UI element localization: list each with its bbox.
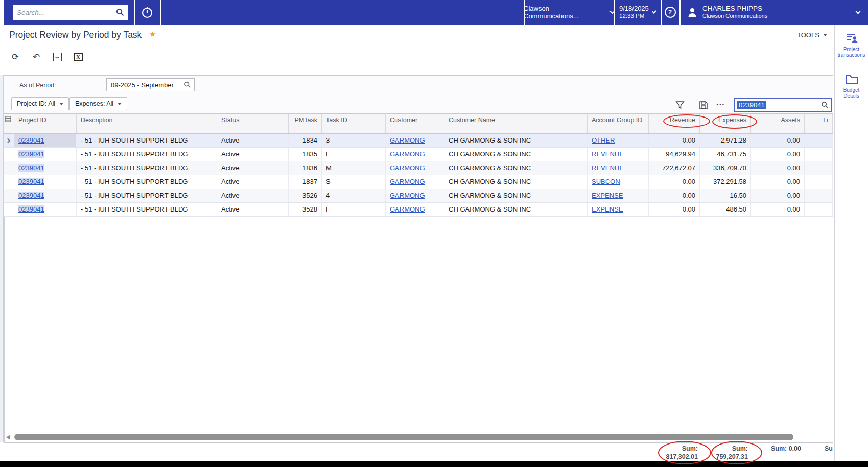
column-header-account_group[interactable]: Account Group ID: [588, 114, 649, 133]
liabilities-cell: [805, 148, 833, 161]
scroll-left-arrow[interactable]: [6, 435, 10, 440]
table-row[interactable]: 0239041- 51 - IUH SOUTH SUPPORT BLDGActi…: [4, 148, 833, 161]
column-header-customer[interactable]: Customer: [386, 114, 444, 133]
customer-link[interactable]: GARMONG: [390, 205, 425, 213]
table-row[interactable]: 0239041- 51 - IUH SOUTH SUPPORT BLDGActi…: [4, 203, 833, 217]
expenses-cell: 16.50: [700, 189, 751, 202]
customer-link[interactable]: GARMONG: [390, 136, 425, 144]
column-header-description[interactable]: Description: [77, 114, 217, 133]
side-panel-item-budget-details[interactable]: Budget Details: [835, 73, 868, 99]
business-date: 9/18/2025: [619, 5, 649, 12]
horizontal-scrollbar[interactable]: [14, 434, 793, 440]
user-menu[interactable]: CHARLES PHIPPS Clawson Communications: [679, 0, 868, 25]
grid-settings-icon: [5, 116, 12, 123]
task-id-cell: M: [322, 161, 386, 175]
customer-name-cell: CH GARMONG & SON INC: [444, 203, 588, 216]
customer-link[interactable]: GARMONG: [390, 192, 425, 199]
help-button[interactable]: ?: [661, 0, 679, 25]
company-selector[interactable]: Clawson Communications...: [524, 0, 614, 25]
lookup-icon[interactable]: [184, 81, 191, 88]
project-id-filter-chip[interactable]: Project ID: All: [11, 97, 69, 110]
pmtask-cell: 1836: [289, 161, 322, 175]
column-header-liabilities[interactable]: Li: [805, 114, 833, 133]
chevron-down-icon: [823, 34, 827, 36]
time-tracking-button[interactable]: [135, 0, 159, 25]
project-id-link[interactable]: 0239041: [18, 205, 44, 213]
account-group-link[interactable]: OTHER: [592, 136, 615, 144]
project-id-link[interactable]: 0239041: [18, 136, 44, 144]
export-to-excel-button[interactable]: X: [73, 51, 83, 62]
customer-link[interactable]: GARMONG: [390, 164, 425, 172]
project-id-link[interactable]: 0239041: [18, 164, 44, 172]
page-title: Project Review by Period by Task: [9, 30, 142, 40]
customer-link[interactable]: GARMONG: [390, 178, 425, 185]
project-id-link[interactable]: 0239041: [18, 192, 44, 199]
user-name: CHARLES PHIPPS: [702, 5, 767, 12]
account-group-link[interactable]: REVENUE: [592, 164, 624, 172]
table-header-row: Project IDDescriptionStatusPMTaskTask ID…: [4, 113, 833, 134]
side-panel-item-project-transactions[interactable]: Project transactions: [835, 31, 868, 58]
liabilities-cell: [805, 175, 833, 189]
expenses-filter-chip[interactable]: Expenses: All: [69, 97, 127, 110]
project-id-link[interactable]: 0239041: [18, 150, 44, 158]
assets-cell: 0.00: [751, 189, 805, 202]
pmtask-cell: 3526: [289, 189, 322, 202]
table-row[interactable]: 0239041- 51 - IUH SOUTH SUPPORT BLDGActi…: [4, 161, 833, 175]
account-group-link[interactable]: EXPENSE: [592, 205, 623, 213]
project-id-cell: 0239041: [14, 148, 77, 161]
business-date-selector[interactable]: 9/18/2025 12:33 PM: [614, 0, 661, 25]
column-header-assets[interactable]: Assets: [751, 114, 805, 133]
as-of-period-input[interactable]: 09-2025 - September: [106, 78, 195, 91]
column-header-status[interactable]: Status: [217, 114, 289, 133]
project-id-cell: 0239041: [14, 175, 77, 189]
description-cell: - 51 - IUH SOUTH SUPPORT BLDG: [77, 148, 217, 161]
pmtask-cell: 1834: [289, 134, 322, 147]
save-filter-button[interactable]: [699, 101, 709, 111]
task-id-cell: L: [322, 148, 386, 161]
project-id-link[interactable]: 0239041: [18, 178, 44, 185]
undo-button[interactable]: ↶: [31, 51, 41, 62]
bottom-black-bar: [0, 461, 868, 467]
search-icon[interactable]: [116, 8, 124, 16]
fit-width-button[interactable]: ↔: [52, 51, 62, 62]
column-header-selector: [4, 114, 14, 133]
description-cell: - 51 - IUH SOUTH SUPPORT BLDG: [77, 203, 217, 216]
assets-cell: 0.00: [751, 134, 805, 147]
column-header-customer_name[interactable]: Customer Name: [444, 114, 588, 133]
row-selector-cell: [4, 161, 14, 175]
account-group-link[interactable]: REVENUE: [592, 150, 624, 158]
project-id-cell: 0239041: [14, 161, 77, 175]
user-company: Clawson Communications: [702, 12, 767, 20]
row-selector-cell: [4, 203, 14, 216]
company-selector-label: Clawson Communications...: [524, 5, 605, 20]
customer-name-cell: CH GARMONG & SON INC: [444, 161, 588, 175]
grid-search-input[interactable]: 0239041: [734, 98, 832, 112]
search-icon[interactable]: [821, 101, 829, 109]
customer-link[interactable]: GARMONG: [390, 150, 425, 158]
liabilities-sum-clipped: Su: [824, 445, 833, 453]
column-header-expenses[interactable]: Expenses: [700, 114, 751, 133]
chevron-down-icon: [59, 103, 63, 105]
favorite-star-icon[interactable]: ★: [149, 30, 156, 39]
description-cell: - 51 - IUH SOUTH SUPPORT BLDG: [77, 189, 217, 202]
customer-name-cell: CH GARMONG & SON INC: [444, 175, 588, 189]
refresh-button[interactable]: ⟳: [10, 51, 20, 62]
table-row[interactable]: 0239041- 51 - IUH SOUTH SUPPORT BLDGActi…: [4, 175, 833, 189]
chevron-down-icon: [856, 9, 861, 14]
column-header-pmtask[interactable]: PMTask: [289, 114, 322, 133]
side-panel: Project transactions Budget Details: [834, 25, 868, 461]
table-row[interactable]: 0239041- 51 - IUH SOUTH SUPPORT BLDGActi…: [4, 134, 833, 148]
column-header-task_id[interactable]: Task ID: [322, 114, 386, 133]
global-search-input[interactable]: Search...: [13, 5, 128, 20]
filter-settings-button[interactable]: [675, 101, 686, 111]
table-row[interactable]: 0239041- 51 - IUH SOUTH SUPPORT BLDGActi…: [4, 189, 833, 203]
column-header-revenue[interactable]: Revenue: [649, 114, 700, 133]
tools-menu[interactable]: TOOLS: [797, 31, 827, 39]
side-panel-label: Project transactions: [836, 46, 867, 58]
column-header-project_id[interactable]: Project ID: [14, 114, 77, 133]
assets-sum: Sum: 0.00: [749, 445, 801, 453]
more-options-button[interactable]: ...: [716, 98, 725, 107]
folder-icon: [845, 73, 858, 85]
account-group-link[interactable]: EXPENSE: [592, 192, 623, 199]
account-group-link[interactable]: SUBCON: [592, 178, 620, 185]
